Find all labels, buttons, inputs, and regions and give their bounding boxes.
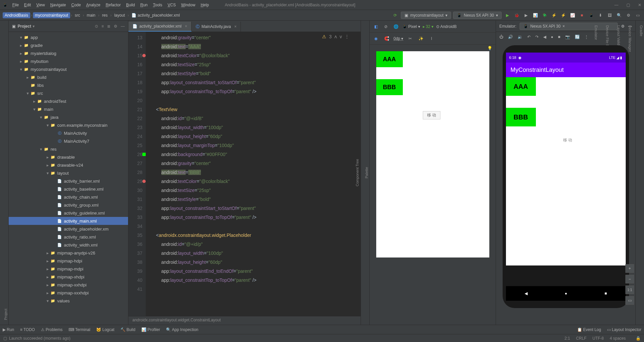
editor-lines[interactable]: android:gravity="center" android:text="A… <box>146 32 361 316</box>
design-tab-component-tree[interactable]: Component Tree <box>355 157 360 188</box>
breadcrumb-item[interactable]: res <box>100 12 110 18</box>
close-tab-icon[interactable]: × <box>185 24 187 29</box>
run-config-combo[interactable]: ▣ myconstraintlayout ▾ <box>401 12 451 19</box>
textview-a[interactable]: AAA <box>376 51 403 67</box>
tree-node[interactable]: ▸📁myalertdialog <box>9 49 128 57</box>
breadcrumb-bar[interactable]: androidx.constraintlayout.widget.Constra… <box>128 316 361 325</box>
tree-node[interactable]: ▸📁mipmap-xxhdpi <box>9 281 128 289</box>
menu-file[interactable]: File <box>10 2 21 8</box>
textview-b[interactable]: BBB <box>376 79 403 95</box>
more-icon[interactable]: ⋮ <box>345 34 349 39</box>
tree-node[interactable]: ▾📁app <box>9 33 128 41</box>
phone-screen[interactable]: 6:18 ◉ LTE ◢ ▮ MyConstraintLayout AAA BB… <box>506 53 626 265</box>
settings-icon[interactable]: ⚙ <box>114 24 117 29</box>
tree-node[interactable]: ▸📁mipmap-xhdpi <box>9 273 128 281</box>
coverage-button[interactable]: ▶ <box>522 12 530 19</box>
tree-node[interactable]: 📄activity_chain.xml <box>9 193 128 201</box>
volume-up-icon[interactable]: 🔊 <box>508 35 513 39</box>
tree-node[interactable]: ▾📁values <box>9 297 128 305</box>
close-tab-icon[interactable]: × <box>234 24 237 29</box>
project-title[interactable]: Project <box>18 24 31 29</box>
settings-icon[interactable]: ⚙ <box>625 12 632 19</box>
stop-button[interactable]: ■ <box>578 12 585 19</box>
tree-node[interactable]: 📄activity_barrier.xml <box>9 177 128 185</box>
inspection-widget[interactable]: ⚠ 3 ʌ v ⋮ <box>322 34 349 39</box>
tree-node[interactable]: 📄activity_group.xml <box>9 201 128 209</box>
tree-node[interactable]: 📄activity_placeholder.xm <box>9 225 128 233</box>
bottom-tab-app-inspection[interactable]: 🔍 App Inspection <box>166 327 198 332</box>
bottom-tab-todo[interactable]: ≡ TODO <box>20 327 35 332</box>
tree-node[interactable]: 📄activity_width.xml <box>9 241 128 249</box>
menu-tools[interactable]: Tools <box>150 2 165 8</box>
emulator-device-tab[interactable]: 📱 Nexus 5X API 30 × <box>520 23 618 30</box>
tree-node[interactable]: ▾📁res <box>9 145 128 153</box>
breadcrumb-item[interactable]: 📄 activity_placeholder.xml <box>129 12 182 18</box>
android-profiler-icon[interactable]: 📈 <box>569 12 576 19</box>
run-button[interactable]: ▶ <box>504 12 511 19</box>
bottom-tab-build[interactable]: 🔨 Build <box>120 327 135 332</box>
blueprint-mode-icon[interactable]: ⊘ <box>382 23 390 30</box>
project-tree[interactable]: ▾📁app▸📁gradle▸📁myalertdialog▸📁mybutton▾📁… <box>9 32 128 325</box>
close-button[interactable]: ✕ <box>638 3 641 7</box>
tree-node[interactable]: 📄activity_ratio.xml <box>9 233 128 241</box>
guidelines-icon[interactable]: I <box>428 35 435 42</box>
profile-button[interactable]: 📊 <box>532 12 539 19</box>
phone-textview-b[interactable]: BBB <box>506 108 536 126</box>
minimize-button[interactable]: — <box>614 3 618 7</box>
breadcrumb-item[interactable]: layout <box>112 12 127 18</box>
whats-new-icon[interactable]: ▭ <box>634 12 641 19</box>
phone-textview-a[interactable]: AAA <box>506 77 536 96</box>
code-editor[interactable]: ⚠ 3 ʌ v ⋮ 131415161718192021222324252627… <box>128 32 361 316</box>
tree-node[interactable]: ▸📁mipmap-xxxhdpi <box>9 289 128 297</box>
menu-build[interactable]: Build <box>123 2 138 8</box>
overview-icon[interactable]: ■ <box>558 35 560 39</box>
magnet-icon[interactable]: 🧲 <box>383 35 390 42</box>
menu-help[interactable]: Help <box>198 2 212 8</box>
tree-node[interactable]: ▸📁mipmap-hdpi <box>9 257 128 265</box>
tree-node[interactable]: 📁libs <box>9 81 128 89</box>
tree-node[interactable]: ⒸMainActivity <box>9 129 128 137</box>
design-surface[interactable]: AAA BBB 移 动 <box>376 51 489 257</box>
expand-all-icon[interactable]: ≡ <box>101 24 104 29</box>
back-icon[interactable]: ◀ <box>543 35 546 39</box>
tree-node[interactable]: 📄activity_guideline.xml <box>9 209 128 217</box>
tree-node[interactable]: ▾📁myconstraintlayout <box>9 65 128 73</box>
tree-node[interactable]: ▸📁drawable-v24 <box>9 161 128 169</box>
apply-code-button[interactable]: ⚡ <box>560 12 567 19</box>
bottom-tab-event-log[interactable]: 📋 Event Log <box>577 327 601 332</box>
sdk-button[interactable]: ⬇ <box>597 12 604 19</box>
attach-button[interactable]: 🪲 <box>541 12 548 19</box>
view-options-icon[interactable]: ◉ <box>372 35 380 42</box>
collapse-all-icon[interactable]: ≣ <box>107 24 110 29</box>
breadcrumb-item[interactable]: myconstraintlayout <box>33 12 70 18</box>
bottom-tab-profiler[interactable]: 📊 Profiler <box>141 327 160 332</box>
volume-down-icon[interactable]: 🔉 <box>518 35 523 39</box>
default-margin[interactable]: 0dp ▾ <box>394 36 403 41</box>
apply-changes-button[interactable]: ⚡ <box>550 12 558 19</box>
breadcrumb-item[interactable]: main <box>85 12 97 18</box>
hide-icon[interactable]: — <box>121 24 125 29</box>
api-picker[interactable]: ▸ 32 ▾ <box>423 24 433 29</box>
menu-vcs[interactable]: VCS <box>165 2 179 8</box>
menu-edit[interactable]: Edit <box>21 2 34 8</box>
rotate-left-icon[interactable]: ↶ <box>527 35 531 39</box>
menu-window[interactable]: Window <box>178 2 198 8</box>
search-icon[interactable]: 🔍 <box>615 12 623 19</box>
tree-node[interactable]: 📄activity_main.xml <box>9 217 128 225</box>
tree-node[interactable]: ▾📁main <box>9 105 128 113</box>
tree-node[interactable]: ▸📁mybutton <box>9 57 128 65</box>
next-highlight-icon[interactable]: v <box>340 34 342 39</box>
sync-icon[interactable]: ⟳ <box>392 12 399 19</box>
nav-back-icon[interactable]: ◀ <box>525 291 528 296</box>
bottom-tab-logcat[interactable]: 🐱 Logcat <box>96 327 114 332</box>
move-button[interactable]: 移 动 <box>423 111 440 119</box>
zoom-actual-button[interactable]: ▭ <box>625 296 634 305</box>
snapshot-icon[interactable]: 🔄 <box>575 35 580 39</box>
zoom-fit-button[interactable]: 1:1 <box>625 285 634 294</box>
bottom-tab-run[interactable]: ▶ Run <box>3 327 14 332</box>
status-item[interactable]: CRLF <box>576 336 586 341</box>
design-mode-icon[interactable]: ◧ <box>372 23 380 30</box>
tree-node[interactable]: ▸📁androidTest <box>9 97 128 105</box>
menu-code[interactable]: Code <box>69 2 83 8</box>
tree-node[interactable]: ▾📁src <box>9 89 128 97</box>
